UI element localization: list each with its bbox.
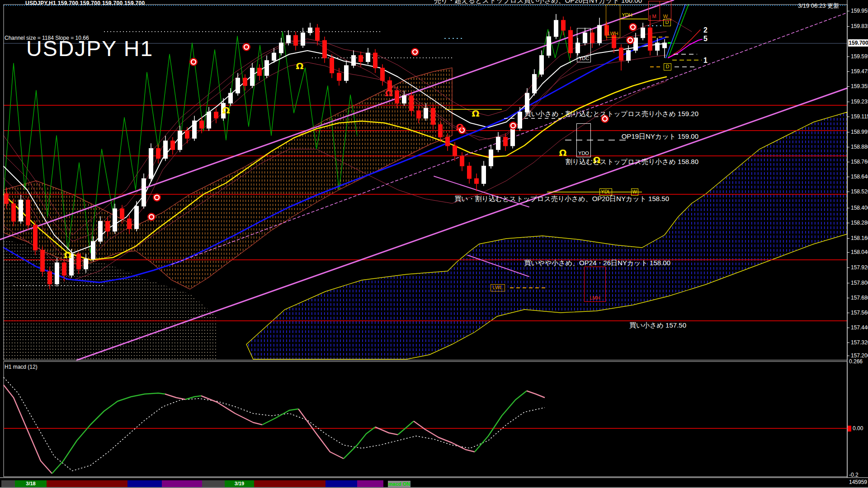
timeline-segment xyxy=(357,480,383,487)
omega-marker-icon: Ω xyxy=(222,105,230,116)
macd-zero-marker xyxy=(848,426,851,432)
level-tag-mw: MW xyxy=(648,1,671,21)
macd-line xyxy=(165,394,185,399)
candle xyxy=(475,178,479,183)
axis-tick xyxy=(847,283,849,283)
price-axis-label: 158.640 xyxy=(851,174,868,180)
axis-tick xyxy=(847,343,849,343)
candle xyxy=(641,28,645,38)
candle xyxy=(279,43,283,53)
candle xyxy=(489,150,493,166)
axis-tick xyxy=(847,132,849,132)
order-annotation: OP19日NYカット 159.00 xyxy=(622,132,698,141)
candle xyxy=(41,250,45,272)
axis-tick xyxy=(847,26,849,27)
axis-tick xyxy=(847,223,849,223)
candle xyxy=(308,28,312,33)
symbol-ohlc-readout: USDJPY,H1 159.700 159.700 159.700 159.70… xyxy=(25,0,145,6)
candle xyxy=(540,56,544,75)
candle xyxy=(453,146,457,156)
macd-toggle-button[interactable]: macd ON xyxy=(388,481,410,488)
candle xyxy=(48,272,52,284)
macd-line xyxy=(344,427,375,459)
trading-chart-window: ΩΩΩΩΩΩΩΩ USDJPY,H1 159.700 159.700 159.7… xyxy=(0,0,868,488)
price-axis-label: 158.280 xyxy=(851,220,868,226)
candle xyxy=(619,48,623,61)
candle xyxy=(547,37,551,56)
level-tag-lwh: LWH xyxy=(606,5,620,38)
candle xyxy=(62,263,66,275)
candle xyxy=(229,93,233,103)
candle xyxy=(525,93,529,112)
axis-tick xyxy=(847,238,849,239)
price-axis-label: 158.040 xyxy=(851,249,868,255)
candle xyxy=(193,121,197,138)
price-axis-label: 157.320 xyxy=(851,339,868,346)
level-tag-d: D xyxy=(664,63,671,70)
candle xyxy=(178,131,182,150)
candle xyxy=(561,20,566,30)
candle xyxy=(431,108,435,124)
candle xyxy=(359,56,363,62)
axis-tick xyxy=(847,328,849,328)
axis-tick xyxy=(847,86,849,87)
axis-tick xyxy=(847,147,849,147)
price-axis-label: 159.595 xyxy=(851,53,868,60)
candle xyxy=(533,74,537,93)
candle xyxy=(55,263,59,284)
candle xyxy=(656,43,660,51)
symbol-watermark: USDJPY H1 xyxy=(26,36,153,61)
timeline-date-3-19: 3/19 xyxy=(225,480,254,487)
projection-label-1: 1 xyxy=(703,56,708,65)
candle xyxy=(243,78,247,86)
timeline-segment xyxy=(162,480,202,487)
macd-line xyxy=(4,385,52,474)
level-tag-ydo: YDO xyxy=(576,123,591,157)
macd-plot xyxy=(4,377,851,474)
candle xyxy=(164,141,168,159)
macd-scale-top: 0.266 xyxy=(849,358,863,365)
candle xyxy=(26,200,30,225)
candle xyxy=(316,28,320,41)
timeline-segment xyxy=(1,480,15,487)
candle xyxy=(424,108,428,118)
price-axis-label: 158.400 xyxy=(851,205,868,211)
candle xyxy=(91,241,95,259)
price-axis-label: 158.995 xyxy=(851,129,868,135)
price-axis-label: 157.560 xyxy=(851,310,868,316)
candle xyxy=(77,254,81,269)
axis-tick xyxy=(847,71,849,72)
level-tag-ydh: YDH xyxy=(620,12,634,19)
candle xyxy=(395,91,399,103)
candle xyxy=(236,78,240,93)
candle xyxy=(99,221,103,241)
order-annotation: 買い・割り込むとストップロス売り小さめ、OP20日NYカット 158.50 xyxy=(454,195,669,203)
level-tag-ydc: YDC xyxy=(577,28,591,62)
candle xyxy=(301,33,305,46)
axis-tick xyxy=(847,117,849,117)
level-tag-lmh: LMH xyxy=(584,267,606,302)
chart-canvas[interactable]: ΩΩΩΩΩΩΩΩ xyxy=(0,0,868,488)
candle xyxy=(467,166,472,178)
candle xyxy=(214,112,218,118)
candle xyxy=(323,40,327,58)
price-axis-label: 159.955 xyxy=(851,8,868,14)
candle xyxy=(417,111,421,118)
candle xyxy=(149,148,153,178)
price-axis-label: 158.160 xyxy=(851,235,868,241)
last-price-tick xyxy=(668,42,671,44)
price-axis-label: 158.760 xyxy=(851,159,868,165)
candle xyxy=(127,219,132,229)
candle xyxy=(258,68,262,75)
timeline-date-3-18: 3/18 xyxy=(15,480,47,487)
candle xyxy=(439,125,443,137)
macd-indicator-label: H1 macd (12) xyxy=(5,364,38,370)
axis-tick xyxy=(847,162,849,162)
candle xyxy=(482,166,486,183)
price-axis-label: 158.520 xyxy=(851,188,868,195)
candle xyxy=(135,206,139,229)
macd-line xyxy=(185,396,201,399)
price-axis-label: 159.235 xyxy=(851,99,868,105)
candle xyxy=(200,121,204,128)
macd-line xyxy=(398,421,414,435)
